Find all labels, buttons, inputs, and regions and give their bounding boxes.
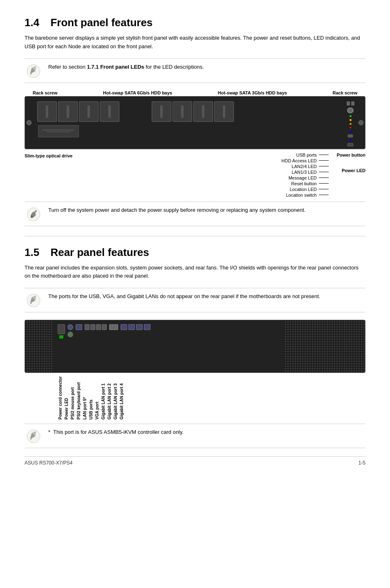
callout-left-area: Slim-type optical drive <box>25 151 106 197</box>
rear-label-glan1: Gigabit LAN port 1 <box>100 375 106 420</box>
label-rack-screw-right: Rack screw <box>332 90 357 95</box>
rear-label-power-led: Power LED <box>63 375 69 420</box>
rear-label-power-cord: Power cord connector <box>57 375 63 420</box>
rear-labels-row: Power cord connector Power LED PS/2 mous… <box>25 375 365 420</box>
label-hot-swap-3gb: Hot-swap SATA 3Gb/s HDD bays <box>218 90 287 95</box>
slim-optical-drive <box>38 125 79 137</box>
note-icon <box>25 63 43 79</box>
callout-right-area: USB ports HDD Access LED LAN2/4 LED LAN1… <box>226 151 365 197</box>
note-icon-footnote <box>25 428 43 444</box>
label-hdd-led: HDD Access LED <box>282 158 317 163</box>
right-controls-panel <box>338 100 363 146</box>
note-led-text: Refer to section 1.7.1 Front panel LEDs … <box>48 63 204 72</box>
front-panel-diagram: Rack screw Hot-swap SATA 6Gb/s HDD bays … <box>25 90 365 197</box>
footer-right: 1-5 <box>359 460 365 466</box>
note-icon-rear <box>25 292 43 308</box>
svg-point-2 <box>31 215 33 218</box>
footnote-box: * This port is for ASUS ASMB5-iKVM contr… <box>25 424 365 448</box>
footnote-text: * This port is for ASUS ASMB5-iKVM contr… <box>48 428 184 437</box>
rear-label-vga-port: VGA port <box>94 375 100 420</box>
warning-box: Turn off the system power and detach the… <box>25 202 365 226</box>
label-lan24-led: LAN2/4 LED <box>292 164 317 169</box>
rear-panel-diagram: Power cord connector Power LED PS/2 mous… <box>25 320 365 420</box>
rear-server-image <box>25 320 365 373</box>
label-message-led: Message LED <box>289 175 317 180</box>
rear-ports <box>58 324 150 339</box>
label-power-button: Power button <box>337 153 365 157</box>
rear-label-glan3: Gigabit LAN port 3 <box>112 375 119 420</box>
bottom-callouts: Slim-type optical drive USB ports HDD Ac… <box>25 151 365 197</box>
server-front-image <box>25 96 365 149</box>
note-rear-text: The ports for the USB, VGA, and Gigabit … <box>48 292 321 301</box>
label-usb-ports: USB ports <box>296 153 317 157</box>
label-rack-screw-left: Rack screw <box>33 90 58 95</box>
footer-left: ASUS RS700-X7/PS4 <box>25 460 72 466</box>
section-divider <box>25 236 365 236</box>
label-location-led: Location LED <box>290 187 317 192</box>
footnote-star: * <box>48 429 50 435</box>
label-hot-swap-6gb: Hot-swap SATA 6Gb/s HDD bays <box>103 90 172 95</box>
section-14-intro: The barebone server displays a simple ye… <box>25 34 365 51</box>
section-15-title: 1.5 Rear panel features <box>25 246 365 259</box>
label-location-switch: Location switch <box>286 193 317 197</box>
rear-label-usb-ports: USB ports <box>88 375 94 420</box>
rear-label-ps2-mouse: PS/2 mouse port <box>69 375 76 420</box>
section-15-intro: The rear panel includes the expansion sl… <box>25 264 365 281</box>
label-lan13-led: LAN1/3 LED <box>292 170 317 175</box>
top-labels-row: Rack screw Hot-swap SATA 6Gb/s HDD bays … <box>25 90 365 95</box>
section-14-title: 1.4 Front panel features <box>25 16 365 29</box>
footer: ASUS RS700-X7/PS4 1-5 <box>25 456 365 466</box>
label-power-led: Power LED <box>342 168 365 173</box>
note-box-rear: The ports for the USB, VGA, and Gigabit … <box>25 288 365 312</box>
rear-label-ps2-kbd: PS/2 keyboard port <box>76 375 82 420</box>
footnote-content: This port is for ASUS ASMB5-iKVM control… <box>53 429 184 435</box>
rear-label-glan2: Gigabit LAN port 2 <box>106 375 112 420</box>
note-box-led: Refer to section 1.7.1 Front panel LEDs … <box>25 58 365 83</box>
label-reset-button: Reset button <box>291 181 316 186</box>
rear-label-lan-port5: LAN port 5* <box>82 375 88 420</box>
rear-label-glan4: Gigabit LAN port 4 <box>119 375 125 420</box>
warning-icon <box>25 206 43 222</box>
label-slim-optical: Slim-type optical drive <box>25 153 72 158</box>
warning-text: Turn off the system power and detach the… <box>48 206 305 215</box>
